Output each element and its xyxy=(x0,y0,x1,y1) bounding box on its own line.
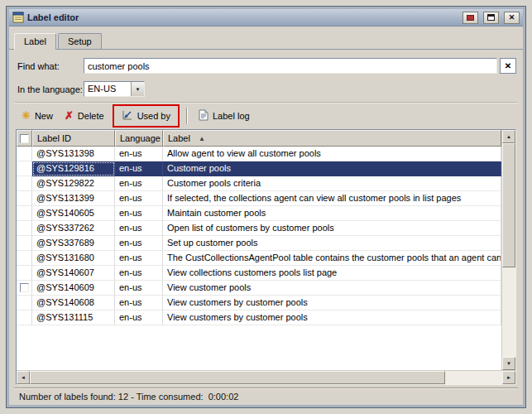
label-text-cell[interactable]: Allow agent to view all customer pools xyxy=(163,147,501,161)
select-all-checkbox[interactable] xyxy=(20,134,29,143)
language-cell[interactable]: en-us xyxy=(115,206,163,221)
label-text-cell[interactable]: If selected, the collections agent can v… xyxy=(163,191,501,206)
label-id-cell[interactable]: @SYS140607 xyxy=(32,266,115,281)
language-cell[interactable]: en-us xyxy=(115,296,163,310)
grid-row[interactable]: @SYS131680en-usThe CustCollectionsAgentP… xyxy=(17,251,501,266)
grid-row[interactable]: @SYS140607en-usView collections customer… xyxy=(17,266,501,281)
close-button[interactable]: ✕ xyxy=(504,12,520,24)
scroll-down-button[interactable]: ▼ xyxy=(502,357,515,370)
label-text-cell[interactable]: The CustCollectionsAgentPool table conta… xyxy=(163,251,501,266)
grid-row[interactable]: @SYS131399en-usIf selected, the collecti… xyxy=(17,191,501,206)
red-square-icon xyxy=(467,15,474,21)
scroll-right-button[interactable]: ► xyxy=(502,371,515,384)
grid-row[interactable]: @SYS129816en-usCustomer pools xyxy=(17,161,501,176)
language-cell[interactable]: en-us xyxy=(115,147,163,161)
chevron-down-icon: ▼ xyxy=(136,87,141,92)
label-id-cell[interactable]: @SYS129822 xyxy=(32,176,115,191)
language-select[interactable]: EN-US ▼ xyxy=(84,81,145,97)
grid-row[interactable]: @SYS140608en-usView customers by custome… xyxy=(17,296,501,310)
label-log-button[interactable]: Label log xyxy=(192,107,256,125)
scroll-up-button[interactable]: ▲ xyxy=(502,130,515,143)
used-by-button[interactable]: Used by xyxy=(116,107,176,125)
row-checkbox[interactable] xyxy=(20,283,29,292)
label-id-cell[interactable]: @SYS131115 xyxy=(32,310,115,325)
row-marker-cell[interactable] xyxy=(17,191,32,206)
tab-setup[interactable]: Setup xyxy=(58,33,102,49)
label-id-cell[interactable]: @SYS337689 xyxy=(32,236,115,251)
select-all-header-cell[interactable] xyxy=(17,130,32,147)
grid-row[interactable]: @SYS129822en-usCustomer pools criteria xyxy=(17,176,501,191)
row-marker-cell[interactable] xyxy=(17,310,32,325)
language-cell[interactable]: en-us xyxy=(115,251,163,266)
find-label: Find what: xyxy=(17,61,84,71)
label-id-cell[interactable]: @SYS131399 xyxy=(32,191,115,206)
row-marker-cell[interactable] xyxy=(17,296,32,310)
grid-row[interactable]: @SYS131115en-usView customers by custome… xyxy=(17,310,501,325)
scroll-down-icon: ▼ xyxy=(506,361,511,366)
delete-button[interactable]: ✗ Delete xyxy=(59,108,110,123)
column-header-label[interactable]: Label ▲ xyxy=(163,130,501,147)
label-text-cell[interactable]: View customers by customer pools xyxy=(163,310,501,325)
minimize-button[interactable] xyxy=(463,12,478,24)
label-id-cell[interactable]: @SYS131680 xyxy=(32,251,115,266)
label-text-cell[interactable]: View collections customers pools list pa… xyxy=(163,266,501,281)
tab-label[interactable]: Label xyxy=(14,33,56,50)
scroll-left-button[interactable]: ◄ xyxy=(17,371,30,384)
desktop: Label editor ✕ Label Setup Find what: ✕ … xyxy=(0,0,532,414)
used-by-button-label: Used by xyxy=(137,111,170,121)
label-text-cell[interactable]: Set up customer pools xyxy=(163,236,501,251)
grid-row[interactable]: @SYS337689en-usSet up customer pools xyxy=(17,236,501,251)
label-text-cell[interactable]: Open list of customers by customer pools xyxy=(163,221,501,236)
row-marker-cell[interactable] xyxy=(17,221,32,236)
label-id-cell[interactable]: @SYS140608 xyxy=(32,296,115,310)
clear-search-button[interactable]: ✕ xyxy=(500,58,516,74)
find-input[interactable] xyxy=(84,58,497,74)
delete-button-label: Delete xyxy=(78,111,104,121)
row-marker-cell[interactable] xyxy=(17,206,32,221)
horizontal-scroll-thumb[interactable] xyxy=(30,371,445,384)
language-cell[interactable]: en-us xyxy=(115,191,163,206)
grid-row[interactable]: @SYS131398en-usAllow agent to view all c… xyxy=(17,147,501,161)
grid-row[interactable]: @SYS337262en-usOpen list of customers by… xyxy=(17,221,501,236)
label-text-cell[interactable]: Maintain customer pools xyxy=(163,206,501,221)
row-marker-cell[interactable] xyxy=(17,266,32,281)
label-text-cell[interactable]: View customer pools xyxy=(163,281,501,296)
grid-row[interactable]: @SYS140605en-usMaintain customer pools xyxy=(17,206,501,221)
column-header-language[interactable]: Language xyxy=(115,130,163,147)
row-marker-cell[interactable] xyxy=(17,161,32,176)
language-cell[interactable]: en-us xyxy=(115,266,163,281)
label-id-cell[interactable]: @SYS140609 xyxy=(32,281,115,296)
titlebar[interactable]: Label editor ✕ xyxy=(9,9,523,26)
label-id-cell[interactable]: @SYS129816 xyxy=(32,161,115,176)
row-marker-cell[interactable] xyxy=(17,176,32,191)
vertical-scroll-track[interactable] xyxy=(502,267,515,357)
maximize-button[interactable] xyxy=(483,12,499,24)
column-header-label-text: Label xyxy=(168,133,190,143)
language-cell[interactable]: en-us xyxy=(115,281,163,296)
label-text-cell[interactable]: Customer pools criteria xyxy=(163,176,501,191)
language-cell[interactable]: en-us xyxy=(115,236,163,251)
row-marker-cell[interactable] xyxy=(17,236,32,251)
horizontal-scrollbar[interactable]: ◄ ► xyxy=(17,370,515,384)
vertical-scroll-thumb[interactable] xyxy=(502,143,515,267)
row-marker-cell[interactable] xyxy=(17,281,32,296)
vertical-scrollbar[interactable]: ▲ ▼ xyxy=(501,130,515,370)
label-text-cell[interactable]: Customer pools xyxy=(163,161,501,176)
horizontal-scroll-track[interactable] xyxy=(30,371,502,384)
language-value[interactable]: EN-US xyxy=(84,82,131,96)
language-cell[interactable]: en-us xyxy=(115,310,163,325)
new-button[interactable]: ✳ New xyxy=(16,108,59,123)
language-cell[interactable]: en-us xyxy=(115,221,163,236)
label-id-cell[interactable]: @SYS131398 xyxy=(32,147,115,161)
grid-row[interactable]: @SYS140609en-usView customer pools xyxy=(17,281,501,296)
language-cell[interactable]: en-us xyxy=(115,176,163,191)
label-id-cell[interactable]: @SYS140605 xyxy=(32,206,115,221)
language-cell[interactable]: en-us xyxy=(115,161,163,176)
column-header-label-id[interactable]: Label ID xyxy=(32,130,115,147)
label-id-cell[interactable]: @SYS337262 xyxy=(32,221,115,236)
row-marker-cell[interactable] xyxy=(17,251,32,266)
label-text-cell[interactable]: View customers by customer pools xyxy=(163,296,501,310)
language-dropdown-button[interactable]: ▼ xyxy=(131,82,144,96)
scroll-up-icon: ▲ xyxy=(506,134,511,139)
row-marker-cell[interactable] xyxy=(17,147,32,161)
